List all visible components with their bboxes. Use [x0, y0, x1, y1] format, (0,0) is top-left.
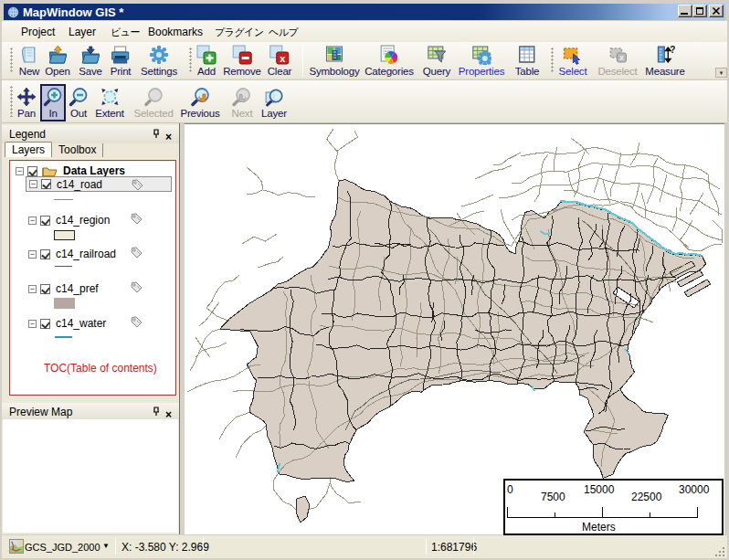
svg-text:?: ?: [670, 45, 675, 55]
svg-text:x: x: [619, 53, 624, 62]
